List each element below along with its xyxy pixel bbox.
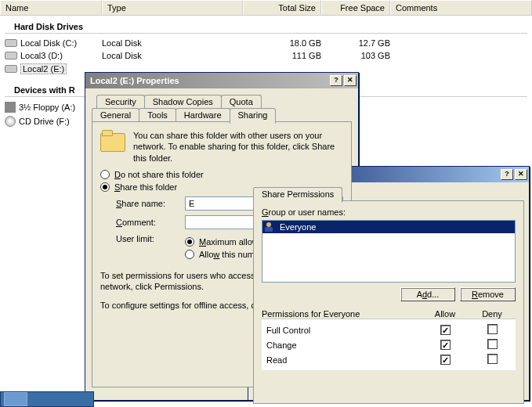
- permissions-for-label: Permissions for Everyone: [262, 309, 422, 319]
- user-name: Everyone: [280, 222, 316, 232]
- drive-name: CD Drive (F:): [19, 117, 70, 126]
- column-headers: Name Type Total Size Free Space Comments: [0, 0, 532, 16]
- share-name-label: Share name:: [116, 199, 179, 208]
- user-everyone[interactable]: Everyone: [262, 221, 515, 233]
- drive-type: Local Disk: [102, 38, 243, 48]
- shared-folder-icon: [100, 130, 125, 152]
- tab-share-permissions[interactable]: Share Permissions: [253, 187, 342, 203]
- drive-row[interactable]: Local3 (D:) Local Disk 111 GB 103 GB: [0, 49, 532, 62]
- drive-row[interactable]: Local Disk (C:) Local Disk 18.0 GB 12.7 …: [0, 37, 532, 49]
- tab-general[interactable]: General: [92, 108, 139, 122]
- close-button[interactable]: ✕: [344, 75, 356, 86]
- drive-type: Local Disk: [102, 51, 243, 60]
- share-permissions-panel: Group or user names: Everyone Add... Rem…: [253, 200, 524, 404]
- deny-header: Deny: [469, 309, 516, 319]
- col-name[interactable]: Name: [0, 0, 102, 15]
- close-button[interactable]: ✕: [515, 169, 527, 180]
- user-limit-label: User limit:: [116, 234, 179, 243]
- drive-name: Local2 (E:): [20, 63, 67, 74]
- perm-row-read: Read: [262, 352, 516, 367]
- dialog-title: Local2 (E:) Properties: [90, 76, 328, 85]
- remove-button[interactable]: Remove: [460, 287, 516, 301]
- drive-name: Local Disk (C:): [20, 38, 77, 48]
- help-button[interactable]: ?: [501, 169, 513, 180]
- disk-icon: [5, 65, 17, 73]
- comment-label: Comment:: [116, 218, 179, 227]
- tab-shadow-copies[interactable]: Shadow Copies: [144, 95, 222, 108]
- perm-label: Read: [262, 355, 422, 365]
- section-hard-disk: Hard Disk Drives: [5, 16, 527, 34]
- drive-free: 12.7 GB: [321, 38, 390, 48]
- deny-full-control-checkbox[interactable]: [487, 324, 498, 334]
- allow-full-control-checkbox[interactable]: [440, 325, 451, 335]
- disk-icon: [5, 52, 17, 59]
- perm-label: Change: [262, 340, 422, 350]
- deny-read-checkbox[interactable]: [487, 354, 498, 364]
- taskbar-button[interactable]: [4, 392, 27, 406]
- perm-row-change: Change: [262, 337, 516, 352]
- allow-header: Allow: [422, 309, 469, 319]
- disk-icon: [5, 39, 17, 47]
- floppy-icon: [5, 102, 16, 113]
- perm-row-full-control: Full Control: [262, 322, 516, 337]
- radio-icon: [100, 170, 110, 179]
- drive-size: 111 GB: [243, 51, 321, 60]
- drive-size: 18.0 GB: [243, 38, 321, 48]
- drive-free: 103 GB: [321, 51, 390, 60]
- radio-icon: [185, 237, 194, 247]
- perm-label: Full Control: [262, 326, 422, 335]
- tab-security[interactable]: Security: [96, 95, 145, 108]
- col-type[interactable]: Type: [102, 0, 243, 15]
- tab-hardware[interactable]: Hardware: [176, 108, 230, 122]
- cd-icon: [5, 116, 16, 127]
- drive-name: 3½ Floppy (A:): [19, 103, 75, 112]
- col-size[interactable]: Total Size: [243, 0, 321, 15]
- allow-read-checkbox[interactable]: [440, 355, 451, 365]
- radio-icon: [100, 182, 110, 192]
- tab-sharing[interactable]: Sharing: [230, 108, 277, 124]
- allow-change-checkbox[interactable]: [440, 340, 451, 350]
- tab-quota[interactable]: Quota: [221, 95, 262, 108]
- intro-text: You can share this folder with other use…: [133, 130, 343, 164]
- deny-change-checkbox[interactable]: [487, 339, 498, 349]
- people-icon: [264, 222, 277, 232]
- taskbar-fragment: [0, 391, 94, 407]
- col-free[interactable]: Free Space: [321, 0, 390, 15]
- properties-titlebar[interactable]: Local2 (E:) Properties ? ✕: [85, 73, 358, 88]
- drive-name: Local3 (D:): [20, 51, 63, 60]
- group-label: Group or user names:: [262, 207, 516, 217]
- permissions-dialog: Permissions for E ? ✕ Share Permissions …: [248, 166, 530, 401]
- add-button[interactable]: Add...: [400, 287, 455, 301]
- users-listbox[interactable]: Everyone: [262, 220, 516, 283]
- col-comments[interactable]: Comments: [390, 0, 532, 15]
- tab-tools[interactable]: Tools: [139, 108, 176, 122]
- radio-icon: [185, 250, 194, 259]
- radio-do-not-share[interactable]: Do not share this folder: [100, 170, 343, 179]
- help-button[interactable]: ?: [330, 75, 342, 86]
